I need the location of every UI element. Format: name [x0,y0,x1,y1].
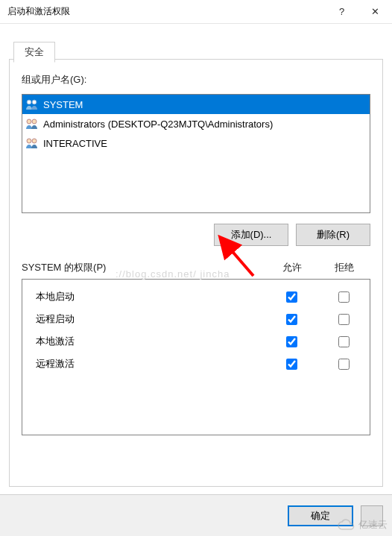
svg-point-1 [32,100,37,104]
permissions-header: SYSTEM 的权限(P) 允许 拒绝 [22,261,370,274]
deny-checkbox[interactable] [338,291,350,303]
allow-checkbox[interactable] [286,359,297,370]
titlebar: 启动和激活权限 ? ✕ [0,0,392,24]
tab-content: 组或用户名(G): SYSTEM Administrators (DESKTOP… [9,59,383,487]
permissions-list: 本地启动 远程启动 本地激活 远程激活 [22,279,370,435]
dialog-footer: 确定 [0,494,392,536]
remove-button[interactable]: 删除(R) [296,224,370,246]
perm-label: 远程启动 [36,312,265,326]
tab-security[interactable]: 安全 [13,42,55,63]
user-label: INTERACTIVE [43,138,107,149]
users-icon [25,137,39,149]
perm-row-local-activate: 本地激活 [22,330,370,353]
deny-checkbox[interactable] [338,314,350,325]
user-row-interactive[interactable]: INTERACTIVE [22,133,370,153]
deny-header: 拒绝 [318,261,370,274]
allow-header: 允许 [266,261,318,274]
permissions-for-label: SYSTEM 的权限(P) [22,261,266,274]
allow-checkbox[interactable] [286,336,297,347]
svg-point-4 [27,139,31,143]
perm-row-remote-activate: 远程激活 [22,353,370,375]
user-label: SYSTEM [43,99,83,110]
perm-row-local-launch: 本地启动 [22,286,370,308]
allow-checkbox[interactable] [286,291,297,303]
ok-button[interactable]: 确定 [288,505,353,526]
allow-checkbox[interactable] [286,314,297,325]
user-list[interactable]: SYSTEM Administrators (DESKTOP-Q23MJTQ\A… [22,94,370,213]
deny-checkbox[interactable] [338,359,350,370]
deny-checkbox[interactable] [338,336,350,347]
tab-strip: 安全 [13,42,55,63]
svg-point-0 [27,100,31,104]
user-row-system[interactable]: SYSTEM [22,95,370,114]
perm-label: 本地激活 [36,335,265,348]
svg-point-2 [27,119,31,124]
window-title: 启动和激活权限 [7,5,325,18]
cancel-button[interactable] [361,505,383,526]
perm-label: 远程激活 [36,357,265,371]
svg-point-3 [32,119,37,124]
user-buttons: 添加(D)... 删除(R) [22,224,370,246]
help-button[interactable]: ? [325,1,358,23]
perm-row-remote-launch: 远程启动 [22,308,370,330]
close-button[interactable]: ✕ [358,1,392,23]
users-icon [25,98,39,110]
svg-point-5 [32,139,37,143]
user-label: Administrators (DESKTOP-Q23MJTQ\Administ… [43,119,273,130]
groups-users-label: 组或用户名(G): [22,73,370,86]
add-button[interactable]: 添加(D)... [214,224,288,246]
user-row-admins[interactable]: Administrators (DESKTOP-Q23MJTQ\Administ… [22,114,370,133]
perm-label: 本地启动 [36,290,265,303]
users-icon [25,118,39,130]
